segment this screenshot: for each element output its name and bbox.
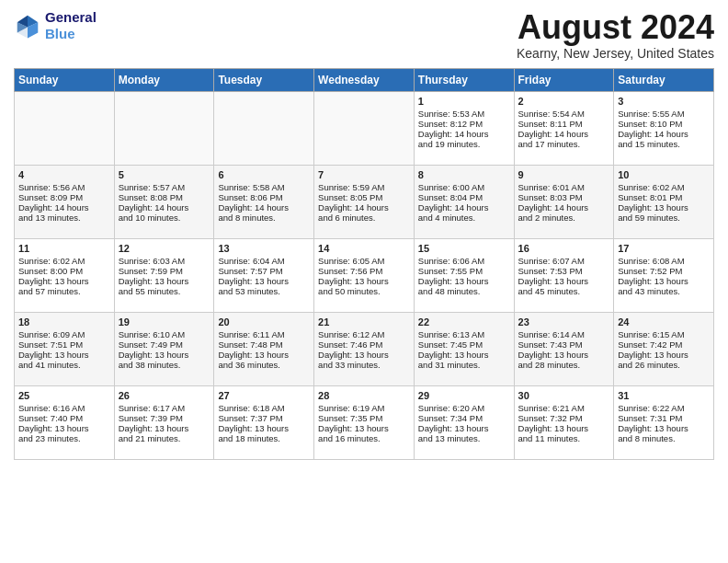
day-number: 2 [518, 96, 610, 107]
day-number: 1 [418, 96, 510, 107]
table-row [314, 91, 415, 165]
table-row: 10Sunrise: 6:02 AMSunset: 8:01 PMDayligh… [614, 165, 714, 238]
logo-line1: General [45, 9, 97, 26]
day-info: Sunrise: 6:22 AM [618, 403, 710, 413]
day-info: Sunset: 7:34 PM [418, 413, 510, 423]
day-info: Daylight: 13 hours [218, 276, 310, 286]
day-info: Sunrise: 6:15 AM [618, 329, 710, 339]
calendar-week-row: 11Sunrise: 6:02 AMSunset: 8:00 PMDayligh… [15, 238, 714, 312]
day-number: 22 [418, 316, 510, 327]
day-info: Daylight: 14 hours [318, 202, 410, 213]
day-info: Daylight: 13 hours [318, 423, 410, 433]
day-info: Sunset: 7:51 PM [18, 339, 110, 350]
day-number: 11 [18, 243, 110, 254]
table-row: 29Sunrise: 6:20 AMSunset: 7:34 PMDayligh… [414, 385, 514, 459]
col-friday: Friday [514, 68, 614, 91]
day-info: and 11 minutes. [518, 433, 610, 443]
day-info: and 28 minutes. [518, 360, 610, 370]
table-row: 14Sunrise: 6:05 AMSunset: 7:56 PMDayligh… [314, 238, 415, 312]
day-info: Sunset: 7:59 PM [119, 266, 210, 276]
day-info: Sunset: 8:01 PM [618, 192, 710, 202]
day-number: 13 [218, 243, 310, 254]
day-info: Sunset: 8:03 PM [518, 192, 610, 202]
table-row: 26Sunrise: 6:17 AMSunset: 7:39 PMDayligh… [114, 385, 214, 459]
day-info: Sunset: 7:55 PM [418, 266, 510, 276]
calendar-header-row: Sunday Monday Tuesday Wednesday Thursday… [15, 68, 714, 91]
day-info: and 33 minutes. [318, 360, 410, 370]
day-info: Daylight: 13 hours [518, 276, 610, 286]
table-row: 6Sunrise: 5:58 AMSunset: 8:06 PMDaylight… [214, 165, 314, 238]
day-info: and 23 minutes. [18, 433, 110, 443]
day-number: 23 [518, 316, 610, 327]
day-info: Daylight: 13 hours [518, 423, 610, 433]
day-info: Daylight: 13 hours [518, 350, 610, 360]
day-number: 12 [119, 243, 210, 254]
month-title: August 2024 [517, 9, 714, 46]
day-info: and 13 minutes. [418, 433, 510, 443]
table-row: 24Sunrise: 6:15 AMSunset: 7:42 PMDayligh… [614, 312, 714, 385]
day-number: 15 [418, 243, 510, 254]
col-monday: Monday [114, 68, 214, 91]
day-info: Daylight: 13 hours [418, 350, 510, 360]
col-sunday: Sunday [15, 68, 115, 91]
day-info: Sunset: 8:08 PM [119, 192, 210, 202]
calendar-week-row: 1Sunrise: 5:53 AMSunset: 8:12 PMDaylight… [15, 91, 714, 165]
table-row: 27Sunrise: 6:18 AMSunset: 7:37 PMDayligh… [214, 385, 314, 459]
day-info: Sunrise: 6:12 AM [318, 329, 410, 339]
table-row: 28Sunrise: 6:19 AMSunset: 7:35 PMDayligh… [314, 385, 415, 459]
day-info: Daylight: 13 hours [618, 276, 710, 286]
header: General Blue August 2024 Kearny, New Jer… [14, 9, 714, 61]
day-info: Daylight: 13 hours [218, 350, 310, 360]
day-info: and 19 minutes. [418, 139, 510, 149]
day-number: 18 [18, 316, 110, 327]
day-info: Daylight: 13 hours [119, 423, 210, 433]
table-row: 5Sunrise: 5:57 AMSunset: 8:08 PMDaylight… [114, 165, 214, 238]
table-row [114, 91, 214, 165]
day-info: Sunset: 7:40 PM [18, 413, 110, 423]
day-info: Sunset: 8:05 PM [318, 192, 410, 202]
day-info: and 41 minutes. [18, 360, 110, 370]
table-row: 19Sunrise: 6:10 AMSunset: 7:49 PMDayligh… [114, 312, 214, 385]
day-number: 4 [18, 169, 110, 180]
day-info: and 50 minutes. [318, 286, 410, 296]
table-row: 3Sunrise: 5:55 AMSunset: 8:10 PMDaylight… [614, 91, 714, 165]
day-info: and 38 minutes. [119, 360, 210, 370]
day-info: Sunset: 8:04 PM [418, 192, 510, 202]
day-info: Sunrise: 6:01 AM [518, 182, 610, 192]
day-info: Daylight: 14 hours [418, 202, 510, 213]
col-saturday: Saturday [614, 68, 714, 91]
day-info: Daylight: 13 hours [318, 350, 410, 360]
day-info: Sunset: 7:46 PM [318, 339, 410, 350]
day-number: 14 [318, 243, 410, 254]
calendar-week-row: 25Sunrise: 6:16 AMSunset: 7:40 PMDayligh… [15, 385, 714, 459]
day-info: Sunset: 7:39 PM [119, 413, 210, 423]
day-info: Sunset: 8:09 PM [18, 192, 110, 202]
table-row [214, 91, 314, 165]
day-info: Sunset: 8:00 PM [18, 266, 110, 276]
day-info: Sunrise: 6:07 AM [518, 256, 610, 266]
day-info: Sunrise: 5:54 AM [518, 109, 610, 119]
day-info: and 53 minutes. [218, 286, 310, 296]
day-info: and 17 minutes. [518, 139, 610, 149]
day-number: 3 [618, 96, 710, 107]
day-info: Daylight: 13 hours [119, 276, 210, 286]
day-number: 8 [418, 169, 510, 180]
day-info: Sunset: 7:35 PM [318, 413, 410, 423]
day-info: and 36 minutes. [218, 360, 310, 370]
table-row: 15Sunrise: 6:06 AMSunset: 7:55 PMDayligh… [414, 238, 514, 312]
day-number: 24 [618, 316, 710, 327]
day-info: and 26 minutes. [618, 360, 710, 370]
day-number: 20 [218, 316, 310, 327]
day-info: Daylight: 13 hours [618, 350, 710, 360]
day-info: and 18 minutes. [218, 433, 310, 443]
calendar-week-row: 18Sunrise: 6:09 AMSunset: 7:51 PMDayligh… [15, 312, 714, 385]
col-thursday: Thursday [414, 68, 514, 91]
table-row: 31Sunrise: 6:22 AMSunset: 7:31 PMDayligh… [614, 385, 714, 459]
table-row: 13Sunrise: 6:04 AMSunset: 7:57 PMDayligh… [214, 238, 314, 312]
logo-line2: Blue [45, 26, 97, 42]
table-row: 22Sunrise: 6:13 AMSunset: 7:45 PMDayligh… [414, 312, 514, 385]
day-info: Sunrise: 6:05 AM [318, 256, 410, 266]
day-info: Daylight: 13 hours [618, 202, 710, 213]
day-info: Daylight: 13 hours [418, 276, 510, 286]
table-row: 2Sunrise: 5:54 AMSunset: 8:11 PMDaylight… [514, 91, 614, 165]
